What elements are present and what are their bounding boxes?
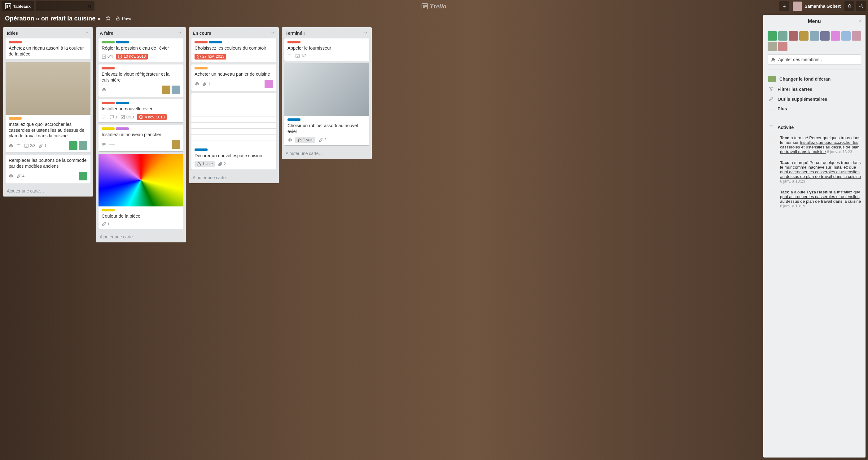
- card-badges: 4: [9, 172, 87, 180]
- label: [209, 41, 222, 44]
- member-avatar[interactable]: [831, 31, 840, 40]
- card[interactable]: Choisissez les couleurs du comptoir 27 n…: [191, 38, 276, 62]
- card-badges: 1: [194, 80, 273, 88]
- search-input[interactable]: [36, 1, 94, 11]
- board-name[interactable]: Opération « on refait la cuisine »: [5, 15, 101, 22]
- add-card-button[interactable]: Ajouter une carte…: [3, 185, 93, 197]
- svg-rect-11: [25, 144, 28, 148]
- menu-close-button[interactable]: [858, 18, 862, 25]
- card[interactable]: Couleur de la pièce 1: [98, 154, 183, 229]
- card[interactable]: Acheter un nouveau panier de cuisine 1: [191, 64, 276, 91]
- card-labels: [194, 148, 273, 151]
- subscribed-badge: [9, 144, 13, 148]
- activity-label: Activité: [778, 125, 794, 130]
- member-avatar[interactable]: [799, 31, 808, 40]
- card[interactable]: Décorer un nouvel espace cuisine 1 vote …: [191, 93, 276, 170]
- list-menu-button[interactable]: [85, 30, 89, 36]
- member-avatar[interactable]: [841, 31, 851, 40]
- card[interactable]: Installer un nouvelle évier 1 0/10 4 nov…: [98, 99, 183, 123]
- list-menu-button[interactable]: [363, 30, 368, 36]
- description-badge: [102, 142, 106, 147]
- card[interactable]: Régler la pression d'eau de l'évier 0/4 …: [98, 38, 183, 62]
- boards-button[interactable]: Tableaux: [2, 1, 34, 11]
- card[interactable]: Appeler le fournisseur 1/2: [284, 38, 369, 61]
- card-title: Installez que quoi accrocher les cassero…: [9, 121, 87, 139]
- more-button[interactable]: ⋯ Plus: [768, 104, 861, 113]
- settings-button[interactable]: [856, 1, 866, 11]
- member-avatar[interactable]: [162, 86, 170, 94]
- member-avatar[interactable]: [79, 141, 87, 150]
- card-title: Choisir un robinet assorti au nouvel évi…: [287, 123, 366, 135]
- activity-text: Taco a marqué Percer quelques trous dans…: [780, 160, 861, 183]
- privacy-button[interactable]: Privé: [116, 16, 131, 21]
- powerups-label: Outils supplémentaires: [778, 97, 827, 102]
- activity-link[interactable]: Installez que quoi accrocher les cassero…: [780, 165, 861, 179]
- list-name[interactable]: En cours: [193, 31, 211, 36]
- member-avatar[interactable]: [789, 31, 798, 40]
- member-avatar[interactable]: [810, 31, 819, 40]
- add-button[interactable]: [779, 1, 789, 11]
- card-title: Installez un nouveau plancher: [102, 132, 180, 138]
- list-header: À faire: [96, 27, 186, 38]
- powerups-button[interactable]: Outils supplémentaires: [768, 94, 861, 104]
- filter-cards-button[interactable]: Filtrer les cartes: [768, 84, 861, 94]
- card-badges: 1: [102, 222, 180, 226]
- star-button[interactable]: [105, 16, 111, 21]
- member-avatar[interactable]: [79, 172, 87, 180]
- card-labels: [102, 67, 180, 69]
- card[interactable]: Remplacer les boutons de la commode par …: [6, 155, 90, 183]
- list-menu-button[interactable]: [271, 30, 275, 36]
- change-background-button[interactable]: Changer le fond d'écran: [768, 74, 861, 84]
- board-header: Opération « on refait la cuisine » Privé: [0, 12, 868, 26]
- card[interactable]: Enlevez le vieux réfrigérateur et la cui…: [98, 64, 183, 97]
- member-avatar[interactable]: [778, 42, 787, 51]
- card[interactable]: Installez que quoi accrocher les cassero…: [6, 62, 90, 153]
- attachment-badge: 1: [202, 82, 210, 86]
- more-label: Plus: [778, 106, 787, 111]
- card-badges: 1/2: [287, 54, 366, 58]
- member-avatar[interactable]: [69, 141, 78, 150]
- member-avatar[interactable]: [778, 31, 787, 40]
- card[interactable]: Installez un nouveau plancher•••: [98, 125, 183, 151]
- label: [194, 148, 208, 151]
- card-badges: [102, 86, 180, 94]
- add-card-button[interactable]: Ajouter une carte…: [282, 148, 372, 159]
- member-avatar[interactable]: [852, 31, 861, 40]
- user-menu[interactable]: Samantha Gobert: [791, 2, 843, 11]
- svg-point-33: [772, 58, 774, 59]
- card-title: Couleur de la pièce: [102, 213, 180, 219]
- notifications-button[interactable]: [844, 1, 855, 11]
- subscribed-badge: [194, 82, 199, 86]
- activity-feed: Taco a terminé Percer quelques trous dan…: [768, 132, 861, 211]
- card[interactable]: Choisir un robinet assorti au nouvel évi…: [284, 63, 369, 145]
- svg-rect-6: [117, 18, 119, 20]
- add-card-button[interactable]: Ajouter une carte…: [96, 231, 186, 242]
- card-title: Régler la pression d'eau de l'évier: [102, 45, 180, 51]
- member-avatar[interactable]: [768, 31, 777, 40]
- add-members-button[interactable]: Ajouter des membres…: [768, 54, 861, 65]
- card[interactable]: Achetez un rideau assorti à la couleur d…: [6, 38, 90, 59]
- label: [102, 102, 115, 104]
- card-title: Enlevez le vieux réfrigérateur et la cui…: [102, 71, 180, 83]
- list-name[interactable]: À faire: [100, 31, 113, 36]
- card-title: Installer un nouvelle évier: [102, 106, 180, 112]
- list-menu-button[interactable]: [178, 30, 182, 36]
- member-avatar[interactable]: [820, 31, 830, 40]
- label: [287, 41, 301, 44]
- list-name[interactable]: Idées: [7, 31, 18, 36]
- global-header: Tableaux Trello Samantha Gobert: [0, 0, 868, 12]
- add-card-button[interactable]: Ajouter une carte…: [189, 172, 279, 183]
- board-canvas[interactable]: Idées Achetez un rideau assorti à la cou…: [0, 27, 868, 460]
- member-avatar[interactable]: [265, 80, 273, 88]
- member-avatar[interactable]: [768, 42, 777, 51]
- list-name[interactable]: Terminé !: [286, 31, 305, 36]
- member-avatar[interactable]: [172, 86, 180, 94]
- card-cover-image: [191, 93, 276, 146]
- vote-badge: 1 vote: [194, 161, 215, 167]
- label: [116, 41, 129, 44]
- member-avatar[interactable]: [172, 140, 180, 149]
- list-header: En cours: [189, 27, 279, 38]
- attachment-badge: 1: [38, 144, 46, 148]
- label: [9, 117, 22, 120]
- card-labels: [102, 41, 180, 44]
